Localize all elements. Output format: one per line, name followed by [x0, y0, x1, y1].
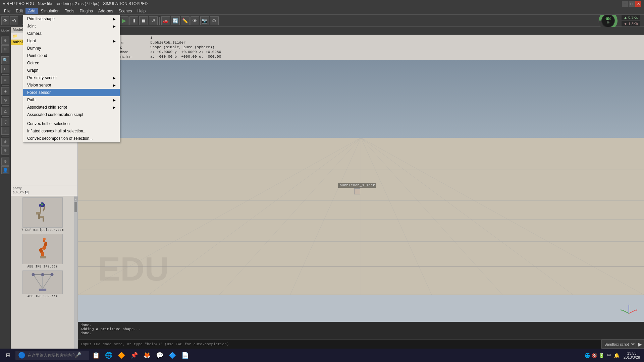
tool-zoom[interactable]: 🔍	[1, 56, 9, 64]
svg-rect-9	[42, 206, 45, 211]
tool-9[interactable]: ≈	[1, 127, 9, 135]
svg-line-23	[33, 275, 43, 289]
play-button[interactable]: ▶	[120, 16, 128, 25]
menu-convex-decomp[interactable]: Convex decomposition of selection...	[23, 135, 120, 142]
menu-custom-script[interactable]: Associated customization script	[23, 111, 120, 118]
menu-point-cloud[interactable]: Point cloud	[23, 52, 120, 59]
tool-separator-8	[2, 156, 9, 156]
tool-8[interactable]: ⬡	[1, 118, 9, 126]
menu-vision-sensor[interactable]: Vision sensor ▶	[23, 81, 120, 89]
model-item-2[interactable]: ABB IRB 140.ttm	[12, 234, 73, 268]
toolbar-extra-4[interactable]: 👁	[191, 16, 199, 25]
type-value: Shape (simple, pure (sphere))	[150, 45, 641, 49]
svg-point-21	[43, 238, 46, 240]
info-name-row: p_5_25 💾	[13, 191, 75, 194]
menu-joint[interactable]: Joint ▶	[23, 22, 120, 30]
tool-7[interactable]: △	[1, 107, 9, 115]
tool-model[interactable]: Model	[1, 27, 10, 34]
tool-11[interactable]: ⊜	[1, 146, 9, 155]
scroll-up-btn[interactable]: ▲	[74, 197, 77, 201]
menu-addons[interactable]: Add-ons	[96, 8, 116, 14]
object-in-scene[interactable]: bubbleRob_Slider	[338, 183, 376, 194]
menu-dummy[interactable]: Dummy	[23, 45, 120, 52]
menu-proximity-sensor[interactable]: Proximity sensor ▶	[23, 74, 120, 81]
tool-6[interactable]: ◎	[1, 96, 9, 104]
vision-sensor-arrow: ▶	[113, 83, 116, 87]
svg-point-28	[41, 273, 44, 276]
menu-scenes[interactable]: Scenes	[116, 8, 135, 14]
menu-graph[interactable]: Graph	[23, 67, 120, 74]
position-value: x: +0.0000 y: +0.0000 z: +0.0250	[150, 50, 641, 54]
pause-button[interactable]: ⏸	[129, 16, 138, 25]
menu-path[interactable]: Path ▶	[23, 96, 120, 104]
menu-simulation[interactable]: Simulation	[38, 8, 62, 14]
svg-point-26	[32, 273, 35, 276]
fps-stat-up: ▲ 0.3Kx	[622, 15, 640, 20]
close-button[interactable]: ✕	[635, 1, 641, 7]
menu-convex-hull[interactable]: Convex hull of selection	[23, 120, 120, 127]
scroll-thumb[interactable]	[74, 202, 77, 212]
taskbar-app-8[interactable]: 📄	[179, 349, 191, 361]
svg-text:%: %	[607, 21, 609, 24]
dummy-label: Dummy	[27, 46, 41, 51]
toolbar-extra-6[interactable]: ⚙	[210, 16, 219, 25]
menu-tools[interactable]: Tools	[62, 8, 77, 14]
toolbar-extra-1[interactable]: 🚗	[161, 16, 170, 25]
menu-force-sensor[interactable]: Force sensor	[23, 89, 120, 96]
stop-button[interactable]: ⏹	[139, 16, 148, 25]
models-scrollbar[interactable]: ▲	[74, 196, 77, 349]
taskbar-app-6[interactable]: 💬	[154, 349, 166, 361]
menu-octree[interactable]: Octree	[23, 59, 120, 67]
menu-child-script[interactable]: Associated child script ▶	[23, 104, 120, 111]
taskbar-app-1[interactable]: 📋	[90, 349, 102, 361]
model-item-3[interactable]: ABB IRB 360.ttm	[12, 270, 73, 298]
menu-edit[interactable]: Edit	[13, 8, 25, 14]
tool-2[interactable]: ⊞	[1, 45, 9, 53]
menu-file[interactable]: File	[1, 8, 13, 14]
tool-select[interactable]: ⊕	[1, 37, 9, 45]
point-cloud-label: Point cloud	[27, 53, 47, 58]
console-input[interactable]	[78, 340, 601, 349]
taskbar-app-3[interactable]: 🔶	[115, 349, 127, 361]
taskbar-app-5[interactable]: 🦊	[141, 349, 153, 361]
model-name-2: ABB IRB 140.ttm	[27, 265, 57, 268]
menu-add[interactable]: Add	[25, 8, 38, 14]
tool-4[interactable]: ≡	[1, 76, 9, 84]
console-run-btn[interactable]: ▶	[636, 340, 644, 349]
toolbar-btn-1[interactable]: ⟳	[1, 16, 9, 25]
model-thumbnail-2	[22, 234, 63, 264]
script-type-dropdown[interactable]: Sandbox script	[601, 340, 636, 349]
menu-primitive-shape[interactable]: Primitive shape ▶	[23, 15, 120, 22]
menu-help[interactable]: Help	[135, 8, 149, 14]
start-button[interactable]: ⊞	[1, 349, 15, 361]
taskbar-app-7[interactable]: 🔷	[166, 349, 178, 361]
loop-button[interactable]: ↺	[149, 16, 158, 25]
toolbar-extra-2[interactable]: 🔄	[171, 16, 180, 25]
info-panel: proxy p_5_25 💾	[11, 185, 77, 196]
minimize-button[interactable]: ─	[622, 1, 628, 7]
tool-12[interactable]: ⊘	[1, 158, 9, 166]
menu-camera[interactable]: Camera	[23, 30, 120, 37]
toolbar-btn-2[interactable]: ⟲	[10, 16, 18, 25]
model-item-1[interactable]: 7 DoF manipulator.ttm	[12, 197, 73, 232]
menu-inflated-hull[interactable]: Inflated convex hull of selection...	[23, 127, 120, 135]
toolbar-extra-3[interactable]: ✏️	[181, 16, 190, 25]
tool-13[interactable]: 👤	[1, 166, 9, 174]
taskbar-app-2[interactable]: 🌐	[103, 349, 115, 361]
sound-icon: 🔇	[592, 353, 597, 358]
3d-viewport[interactable]: EDU bubbleRob_Slider X Y Z	[78, 60, 644, 322]
maximize-button[interactable]: □	[629, 1, 635, 7]
folder-icon: 📁	[13, 34, 17, 38]
taskbar-search-input[interactable]	[28, 353, 74, 358]
menu-plugins[interactable]: Plugins	[77, 8, 95, 14]
toolbar-extra-5[interactable]: 📷	[200, 16, 209, 25]
tool-5[interactable]: ◈	[1, 87, 9, 95]
toolbar-group-1: ⟳ ⟲	[1, 16, 18, 25]
tool-3[interactable]: ⊙	[1, 65, 9, 73]
menu-light[interactable]: Light ▶	[23, 37, 120, 45]
taskbar-app-4[interactable]: 📌	[128, 349, 140, 361]
tool-10[interactable]: ⊗	[1, 138, 9, 146]
clock[interactable]: 13:53 2013/3/28	[621, 351, 643, 359]
separator-1	[20, 17, 20, 25]
selected-value: 1	[150, 36, 641, 40]
